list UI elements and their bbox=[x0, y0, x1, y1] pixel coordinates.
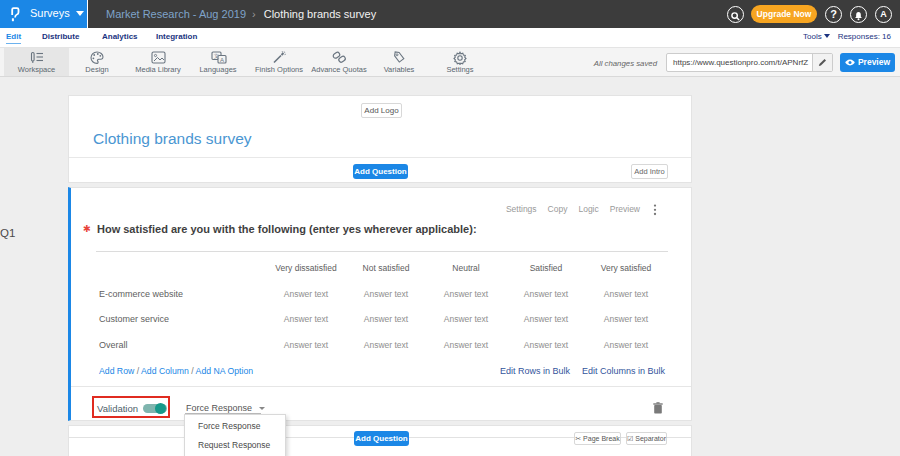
svg-text:文: 文 bbox=[214, 53, 220, 59]
svg-text:A: A bbox=[220, 57, 224, 63]
